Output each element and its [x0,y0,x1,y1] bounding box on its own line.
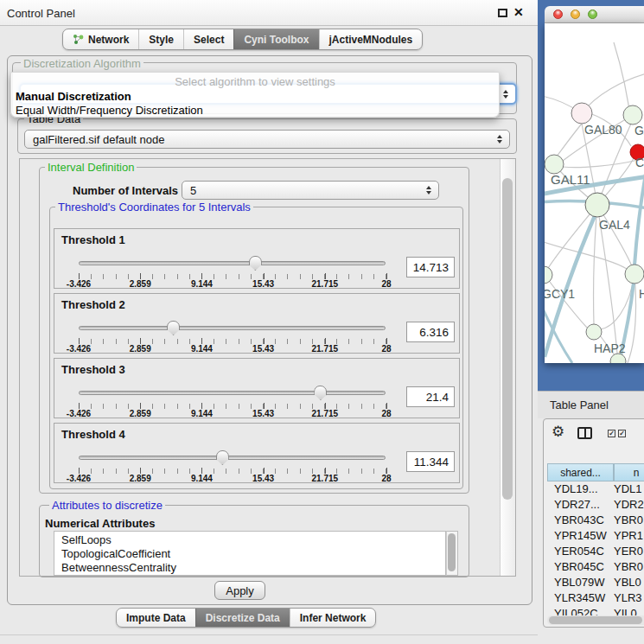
node-label: GCY1 [545,287,575,301]
tab-select[interactable]: Select [183,29,233,49]
minimize-traffic-light-icon[interactable] [571,10,580,19]
node-gal4[interactable] [585,193,609,217]
combo-arrows-icon [426,186,431,194]
node-label: HAP2 [594,341,626,355]
screen: Control Panel ✕ Network Style Select Cyn… [0,0,644,644]
column-header-shared-name[interactable]: shared... [547,463,614,481]
slider-thumb[interactable] [249,256,262,271]
table-panel-titlebar: Table Panel [538,391,644,418]
slider-tick-labels: -3.4262.8599.14415.4321.71528 [79,474,386,483]
threshold-slider[interactable] [79,320,386,337]
node-label: C [635,156,644,169]
table-row[interactable]: YPR145WYPR1 [544,529,644,545]
tab-style[interactable]: Style [138,29,183,49]
algorithm-option-manual[interactable]: Manual Discretization [16,90,131,103]
threshold-slider[interactable] [79,385,386,402]
close-traffic-light-icon[interactable] [553,10,563,19]
network-window-titlebar[interactable] [545,6,644,23]
node-label: GA [634,124,644,137]
gear-icon[interactable]: ⚙ [552,424,564,439]
threshold-value-field[interactable]: 14.713 [406,257,455,277]
panel-bottom-divider [0,634,538,635]
panel-title: Control Panel [7,7,75,20]
node-top-right[interactable] [623,105,642,124]
node-gal11[interactable] [545,155,564,174]
settings-scrollbar-thumb[interactable] [502,178,513,500]
threshold-value-field[interactable]: 6.316 [406,322,455,342]
list-item[interactable]: TopologicalCoefficient [54,547,445,561]
tab-network-label: Network [88,34,129,46]
slider-track[interactable] [79,391,386,395]
threshold-label: Threshold 4 [61,428,125,441]
table-row[interactable]: YDL19...YDL1 [544,482,644,498]
algorithm-prompt-option[interactable]: Select algorithm to view settings [11,75,499,88]
tab-infer-network[interactable]: Infer Network [290,609,376,627]
table-row[interactable]: YBL079WYBL0 [544,576,644,591]
slider-track[interactable] [79,326,386,330]
threshold-value-field[interactable]: 21.4 [406,386,455,407]
table-row[interactable]: YDR27...YDR2 [544,498,644,513]
apply-button[interactable]: Apply [214,581,265,600]
discretization-algorithm-group-title: Discretization Algorithm [21,57,143,70]
node-label: GAL11 [551,172,590,187]
table-hscrollbar-thumb[interactable] [549,616,642,624]
threshold-panel: Threshold 4 -3.4262.8599.14415.4321.7152… [54,423,460,483]
table-panel-body: ⚙ ✓ ✓ shared... n YDL19...YDL1 YDR27...Y… [543,418,644,628]
tab-network[interactable]: Network [63,29,138,49]
slider-thumb[interactable] [167,321,180,335]
number-of-intervals-label: Number of Intervals [73,184,178,197]
network-view-canvas[interactable]: GAL80 GA C GAL11 GAL4 GCY1 H HAP2 [545,23,644,363]
cyni-bottom-tabbar: Impute Data Discretize Data Infer Networ… [116,608,376,628]
checkbox-icon[interactable]: ✓ [608,430,615,437]
table-row[interactable]: YBR045CYBR0 [544,560,644,576]
column-header-name[interactable]: n [614,463,644,481]
control-panel-titlebar: Control Panel ✕ [0,0,538,26]
number-of-intervals-combobox[interactable]: 5 [182,181,439,200]
slider-tick-labels: -3.4262.8599.14415.4321.71528 [79,344,386,354]
tab-jactivemnodules[interactable]: jActiveMNodules [319,29,423,49]
checkbox-icon[interactable]: ✓ [618,430,626,437]
close-icon[interactable]: ✕ [513,5,524,19]
table-row[interactable]: YLR345WYLR3 [544,591,644,607]
slider-tick-labels: -3.4262.8599.14415.4321.71528 [79,279,386,289]
table-data-combobox[interactable]: galFiltered.sif default node [24,130,510,149]
algorithm-option-equal-width[interactable]: Equal Width/Frequency Discretization [16,104,203,117]
network-icon [73,34,84,45]
interval-definition-title: Interval Definition [45,161,137,174]
slider-track[interactable] [79,456,386,460]
table-row[interactable]: YBR043CYBR0 [544,513,644,529]
slider-track[interactable] [79,261,386,265]
table-data-value: galFiltered.sif default node [33,133,164,146]
list-item[interactable]: SelfLoops [54,532,445,547]
tab-impute-data[interactable]: Impute Data [117,609,195,627]
network-desktop: GAL80 GA C GAL11 GAL4 GCY1 H HAP2 [538,0,644,391]
threshold-slider[interactable] [79,255,386,272]
threshold-value-field[interactable]: 11.344 [406,451,455,472]
slider-tick-labels: -3.4262.8599.14415.4321.71528 [79,409,386,418]
node-label: GAL80 [584,123,622,137]
node-gcy1[interactable] [545,266,552,284]
threshold-panel: Threshold 2 -3.4262.8599.14415.4321.7152… [54,293,460,354]
numerical-attributes-heading: Numerical Attributes [45,517,155,530]
node-h[interactable] [625,265,644,284]
threshold-panel: Threshold 1 -3.4262.8599.14415.4321.7152… [54,228,460,289]
columns-icon[interactable] [577,427,592,439]
number-of-intervals-value: 5 [190,184,196,197]
tab-cyni-toolbox[interactable]: Cyni Toolbox [233,29,318,49]
attributes-list[interactable]: SelfLoops TopologicalCoefficient Between… [54,531,446,576]
float-window-icon[interactable] [498,9,507,17]
list-item[interactable]: BetweennessCentrality [54,561,445,575]
combo-arrows-icon [497,135,502,143]
zoom-traffic-light-icon[interactable] [588,10,597,19]
node-hap2[interactable] [586,324,602,340]
node-gal80[interactable] [571,103,592,124]
slider-thumb[interactable] [216,450,229,465]
threshold-slider[interactable] [79,450,386,467]
slider-thumb[interactable] [314,386,327,400]
tab-discretize-data[interactable]: Discretize Data [195,609,290,627]
table-row[interactable]: YER054CYER0 [544,545,644,560]
control-panel-tabbar: Network Style Select Cyni Toolbox jActiv… [62,29,423,50]
attributes-scrollbar-thumb[interactable] [448,533,456,571]
thresholds-group-title: Threshold's Coordinates for 5 Intervals [55,201,253,214]
table-panel-title: Table Panel [550,399,609,411]
